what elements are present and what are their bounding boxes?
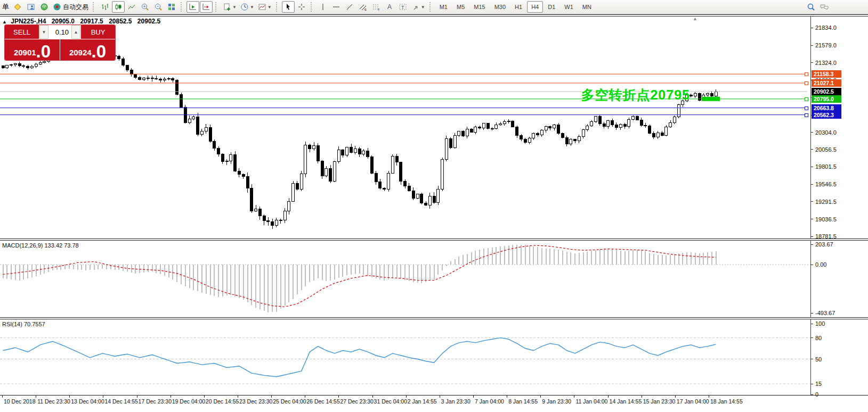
arrows-button[interactable]: ▼ [410, 1, 427, 13]
chart-annotation-text[interactable]: 多空转折点20795 [554, 86, 690, 104]
line-anchor-handle[interactable] [805, 81, 808, 85]
timeframe-button-m1[interactable]: M1 [435, 1, 452, 13]
timeframe-button-h4[interactable]: H4 [527, 1, 543, 13]
vertical-line-icon [319, 3, 327, 11]
text-label-icon: T [399, 3, 407, 11]
crosshair-button[interactable] [295, 1, 308, 13]
volume-decrease-button[interactable]: ▼ [39, 25, 48, 39]
one-click-trading-panel: SELL ▼ 0.10 ▲ BUY 20901.0 20924.0 [4, 24, 116, 61]
indicators-button[interactable]: ▼ [221, 1, 238, 13]
text-icon: A [385, 3, 394, 11]
auto-scroll-button[interactable] [186, 1, 199, 13]
highlight-segment[interactable] [702, 97, 720, 101]
buy-price-int: 20924 [69, 48, 92, 59]
rsi-scale-label: 100 [810, 320, 825, 327]
chevron-down-icon: ▼ [421, 5, 425, 10]
autotrading-icon [53, 3, 61, 11]
templates-icon [258, 3, 266, 11]
line-anchor-handle[interactable] [805, 72, 808, 76]
timeframe-button-m5[interactable]: M5 [452, 1, 469, 13]
price-marker-label: 20795.0 [812, 95, 841, 103]
navigator-button[interactable] [38, 1, 51, 13]
sell-button[interactable]: SELL [5, 25, 39, 39]
timeframe-button-mn[interactable]: MN [578, 1, 596, 13]
fibonacci-button[interactable]: F [370, 1, 383, 13]
time-axis-label: 27 Dec 23:30 [340, 398, 373, 405]
symbol-label: JPN225-,H4 [11, 18, 46, 25]
time-axis-label: 14 Dec 14:55 [104, 398, 137, 405]
channel-button[interactable]: E [356, 1, 369, 13]
volume-increase-button[interactable]: ▲ [71, 25, 80, 39]
price-marker-label: 20562.3 [812, 111, 841, 119]
tile-windows-button[interactable] [165, 1, 178, 13]
chart-shift-button[interactable] [200, 1, 213, 13]
window-top-border [0, 14, 868, 17]
text-button[interactable]: A [383, 1, 396, 13]
timeframe-button-w1[interactable]: W1 [560, 1, 578, 13]
price-marker-label: 20902.5 [812, 88, 841, 95]
volume-input[interactable]: 0.10 [48, 25, 71, 39]
panel-collapse-toggle[interactable]: ▲ [2, 19, 7, 24]
chart-shift-end-marker[interactable]: ▲ [693, 16, 697, 21]
line-anchor-handle[interactable] [805, 97, 808, 101]
line-anchor-handle[interactable] [805, 113, 808, 117]
time-axis-label: 14 Jan 14:55 [610, 398, 642, 405]
chat-button[interactable] [818, 1, 831, 13]
arrow-shape-icon [411, 3, 420, 11]
zoom-out-button[interactable] [152, 1, 165, 13]
buy-button[interactable]: BUY [81, 25, 115, 39]
profile-button[interactable] [11, 1, 24, 13]
line-anchor-handle[interactable] [805, 106, 808, 110]
zoom-out-icon [154, 3, 163, 11]
cursor-button[interactable] [282, 1, 295, 13]
vertical-line-button[interactable] [317, 1, 329, 13]
close-value: 20902.5 [137, 18, 160, 25]
autotrading-button[interactable]: 自动交易 [51, 1, 90, 13]
time-axis-tick [36, 395, 36, 398]
rsi-label: RSI(14) 70.7557 [2, 321, 45, 327]
time-axis-tick [338, 395, 339, 398]
horizontal-line-button[interactable] [330, 1, 343, 13]
pane-splitter[interactable] [0, 317, 868, 319]
trendline-button[interactable] [343, 1, 356, 13]
timeframe-button-d1[interactable]: D1 [543, 1, 559, 13]
price-tick-label: 19291.5 [810, 198, 837, 205]
time-axis-tick [2, 395, 3, 398]
chart-title: ▲ JPN225-,H4 20905.0 20917.5 20852.5 209… [2, 18, 160, 25]
text-label-button[interactable]: T [396, 1, 409, 13]
candlestick-chart-button[interactable] [112, 1, 125, 13]
timeframe-button-m30[interactable]: M30 [490, 1, 510, 13]
time-axis-label: 11 Jan 04:00 [575, 398, 607, 405]
time-axis-tick [675, 395, 676, 398]
chevron-down-icon: ▼ [250, 5, 254, 10]
bar-chart-icon [101, 3, 109, 11]
sell-price-button[interactable]: 20901.0 [5, 39, 60, 60]
periods-button[interactable]: ▼ [239, 1, 256, 13]
price-tick-label: 18781.5 [810, 233, 837, 240]
new-order-button[interactable]: 单 [2, 2, 9, 12]
timeframe-button-h1[interactable]: H1 [510, 1, 526, 13]
timeframe-toolbar: M1M5M15M30H1H4D1W1MN [435, 1, 596, 13]
macd-signal-line [3, 245, 716, 307]
price-tick-label: 20056.5 [810, 146, 837, 153]
timeframe-button-m15[interactable]: M15 [469, 1, 489, 13]
time-axis-tick [103, 395, 103, 398]
price-tick-label: 21324.0 [810, 59, 837, 67]
market-watch-icon [27, 3, 35, 11]
indicators-icon [223, 3, 231, 11]
time-axis-tick [642, 395, 642, 398]
zoom-in-button[interactable] [139, 1, 151, 13]
line-chart-button[interactable] [125, 1, 138, 13]
time-axis-tick [305, 395, 305, 398]
buy-price-button[interactable]: 20924.0 [60, 39, 115, 60]
time-axis-tick [507, 395, 507, 398]
toolbar-grip [429, 2, 433, 12]
market-watch-button[interactable] [25, 1, 37, 13]
pane-splitter[interactable] [0, 238, 868, 241]
time-axis-tick [406, 395, 407, 398]
search-button[interactable] [805, 1, 817, 13]
templates-button[interactable]: ▼ [256, 1, 273, 13]
bar-chart-button[interactable] [99, 1, 111, 13]
toolbar-grip [311, 2, 314, 12]
time-axis-tick [204, 395, 205, 398]
